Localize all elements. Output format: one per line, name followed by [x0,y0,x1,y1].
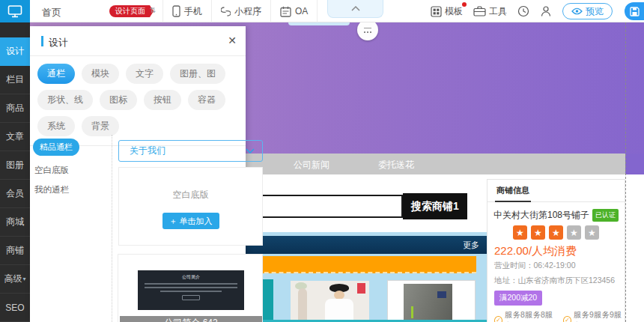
product-card[interactable] [291,281,369,322]
tab-module[interactable]: 模块 [82,64,119,84]
chevron-down-icon [246,148,255,154]
thumbnail-title: 公司简介 [138,274,244,281]
sidebar-item-shop[interactable]: 商铺 [0,237,30,265]
thumbnail-text-line [145,287,237,288]
template-menu-label: 模板 [445,5,463,18]
dropdown-value: 关于我们 [130,145,246,157]
notification-dot [462,2,467,7]
star-icon: ★ [531,225,545,240]
desktop-mode-logo[interactable] [0,0,30,22]
person-icon [540,5,552,17]
preview-button[interactable]: 预览 [562,3,613,19]
sidebar-item-products[interactable]: 商品 [0,94,30,123]
promo-orange-banner[interactable] [242,256,476,273]
design-panel: 设计 ✕ 通栏 模块 文字 图册、图 形状、线 图标 按钮 容器 系统 背景 精… [30,26,246,322]
template-menu-button[interactable]: 模板 [431,5,463,18]
sidebar-item-advanced[interactable]: 高级 ▾ [0,265,30,294]
tab-shape-line[interactable]: 形状、线 [37,90,93,110]
star-icon: ★ [585,225,599,240]
save-floppy-icon [630,7,640,16]
site-nav-link[interactable]: 公司新闻 [294,159,329,171]
title-accent-bar [41,36,43,46]
shop-rating: ★ ★ ★ ★ ★ [487,225,625,240]
sidebar-item-columns[interactable]: 栏目 [0,66,30,94]
more-link[interactable]: 更多 [463,240,479,251]
shop-name: 中关村大街第108号铺子 [493,209,589,222]
star-icon: ★ [549,225,563,240]
product-photo [404,284,452,322]
device-toggle-phone[interactable]: 手机 [162,0,211,22]
design-page-badge[interactable]: 设计页面 [109,5,150,17]
photo-decor [437,291,446,298]
shop-hours: 营业时间：06:42-19:00 [494,261,576,271]
category-premium-banners[interactable]: 精品通栏 [33,139,79,156]
shop-price: 222.00/人均消费 [494,244,577,258]
sort-arrows-icon[interactable]: ⇅ [150,6,156,14]
template-card-company-intro[interactable]: 公司简介 公司简介 642 [118,254,263,322]
chevron-up-icon [351,6,360,11]
clock-icon [517,5,529,17]
history-button[interactable] [517,5,529,17]
blank-template-title: 空白底版 [119,189,262,201]
photo-decor [411,306,413,318]
sidebar-item-mall[interactable]: 商城 [0,208,30,237]
tab-icon[interactable]: 图标 [100,90,137,110]
page-tab-home[interactable]: 首页 [42,6,61,19]
shop-info-panel: 商铺信息 中关村大街第108号铺子 已认证 ★ ★ ★ ★ ★ 222.00/人… [487,179,625,322]
sidebar-item-articles[interactable]: 文章 [0,123,30,151]
photo-decor [325,299,353,322]
sidebar-item-members[interactable]: 会员 [0,180,30,208]
service-label: 服务8服务8服务 [505,310,556,322]
thumbnail-text-line [145,283,237,285]
tab-button[interactable]: 按钮 [144,90,181,110]
tab-gallery-image[interactable]: 图册、图 [170,64,225,84]
shop-address: 地址：山东省济南市历下区123456 [494,276,615,286]
tab-active-underline [495,201,531,202]
tab-text[interactable]: 文字 [126,64,163,84]
save-button[interactable] [625,2,644,20]
divider [112,135,112,322]
plus-icon: ＋ [169,216,177,227]
shop-search-button[interactable]: 搜索商铺1 [403,193,467,219]
miniprogram-icon [221,6,231,17]
shop-info-tab[interactable]: 商铺信息 [496,185,529,196]
tooltip-remnant [288,22,350,25]
coupon-badge: 满200减20 [494,291,542,306]
product-card[interactable] [387,280,476,322]
top-toolbar: 首页 设计页面 ⇅ 手机 小程序 [0,0,644,22]
device-toggle-label: OA [295,6,308,16]
banner-group-dropdown[interactable]: 关于我们 [118,140,263,162]
shop-search-input[interactable] [241,195,403,218]
site-nav-link[interactable]: 委托送花 [378,159,414,171]
account-button[interactable] [540,5,552,17]
thumbnail-button [182,295,200,300]
check-circle-icon: ✓ [494,316,502,322]
close-icon[interactable]: ✕ [228,34,237,46]
star-icon: ★ [513,225,527,240]
device-toggle-miniprogram[interactable]: 小程序 [211,0,270,22]
tools-menu-button[interactable]: 工具 [473,5,507,18]
tab-banner[interactable]: 通栏 [37,64,75,84]
preview-label: 预览 [586,5,604,18]
device-toggle-label: 手机 [184,5,202,18]
service-label: 服务9服务9服务 [574,310,625,322]
category-my-banners[interactable]: 我的通栏 [34,184,69,195]
device-toggle-oa[interactable]: OA [270,0,318,22]
sidebar-item-seo[interactable]: SEO [0,294,30,322]
phone-icon [172,5,180,17]
check-circle-icon: ✓ [563,316,571,322]
sidebar-item-design[interactable]: 设计 [0,37,30,66]
tab-container[interactable]: 容器 [188,90,225,110]
promo-corner-badge [357,283,365,294]
tools-menu-label: 工具 [489,5,507,18]
collapse-toolbar-button[interactable] [327,0,383,18]
site-promo-section: 更多 建站 [240,232,487,322]
add-template-button[interactable]: ＋ 单击加入 [162,213,219,229]
blank-template-card[interactable]: 空白底版 ＋ 单击加入 [118,167,263,246]
category-column: 精品通栏 空白底版 我的通栏 [30,131,112,322]
floating-widget-button[interactable] [357,19,378,40]
photo-decor [298,288,307,322]
sidebar-item-gallery[interactable]: 图册 [0,151,30,180]
app-root: 公司新闻 委托送花 搜索商铺1 商铺信息 中关村大街第108号铺子 已认证 ★ … [0,0,644,322]
category-blank-base[interactable]: 空白底版 [34,165,69,176]
